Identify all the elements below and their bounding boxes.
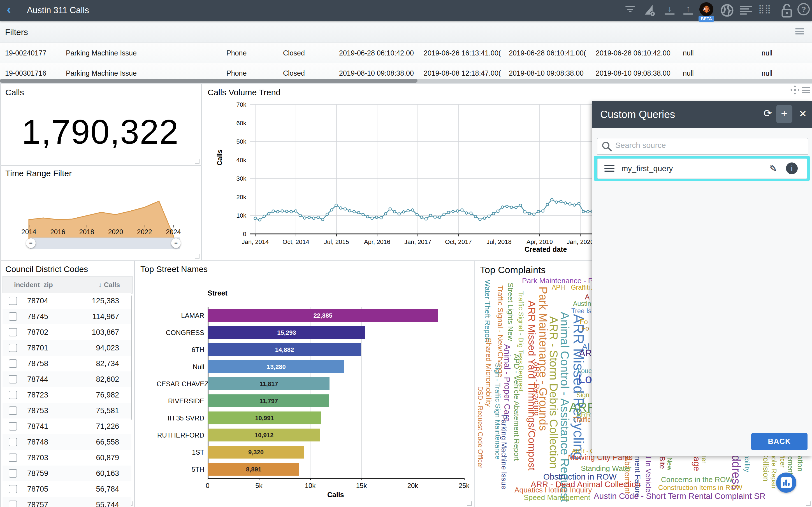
complaint-word[interactable]: Standing Water — [581, 465, 632, 472]
complaint-word[interactable]: Street Lights New — [507, 283, 514, 341]
resize-handle[interactable] — [467, 501, 472, 506]
complaint-word[interactable]: ARR - Recycling — [533, 361, 540, 416]
council-row[interactable]: 7874866,558 — [3, 434, 131, 450]
refresh-icon[interactable]: ⟳ — [763, 108, 772, 119]
complaint-word[interactable]: Austin — [573, 300, 591, 307]
filter-table-row[interactable]: 19-00301716Parking Machine IssuePhoneClo… — [0, 63, 812, 79]
council-row[interactable]: 7875960,163 — [3, 465, 131, 482]
council-row[interactable]: 7875882,734 — [3, 356, 131, 372]
row-checkbox[interactable] — [9, 375, 17, 384]
row-checkbox[interactable] — [9, 312, 17, 321]
row-checkbox[interactable] — [9, 297, 17, 305]
complaint-word[interactable]: AR — [579, 349, 592, 358]
complaint-word[interactable]: Austin Code - Short Term Rental Complain… — [594, 492, 765, 500]
complaint-word[interactable]: Lo — [578, 373, 592, 385]
horizontal-scrollbar[interactable] — [0, 79, 812, 83]
council-row[interactable]: 7875375,581 — [3, 403, 131, 419]
filter-table: 19-00240177Parking Machine IssuePhoneClo… — [0, 43, 812, 79]
chart-fab-button[interactable] — [776, 472, 796, 493]
scrollbar-thumb[interactable] — [0, 79, 418, 82]
grid-dots-icon[interactable]: ⣿⣿ — [758, 4, 771, 14]
row-checkbox[interactable] — [9, 328, 17, 336]
council-row[interactable]: 78745114,967 — [3, 309, 131, 325]
top-bar: ‹ Austin 311 Calls ↓ ↑ ✺ AI BETA ⣿⣿ — [0, 0, 812, 21]
drag-handle-icon[interactable] — [604, 163, 614, 173]
complaint-word[interactable]: Collision — [762, 452, 770, 481]
council-col-calls[interactable]: ↓ Calls — [99, 281, 120, 289]
complaint-word[interactable]: A — [585, 293, 590, 300]
complaint-word[interactable]: Parking Machine Issue — [500, 415, 508, 490]
complaint-word[interactable]: Tree Is — [571, 308, 592, 314]
council-row[interactable]: 78704125,383 — [3, 293, 131, 309]
row-checkbox[interactable] — [9, 469, 17, 477]
complaint-word[interactable]: Aquatics Hotline Inquiry — [515, 486, 592, 494]
council-row[interactable]: 7872376,982 — [3, 387, 131, 403]
zip-value: 78744 — [27, 375, 48, 384]
complaint-word[interactable]: DSD - Request Code Officer — [477, 386, 483, 468]
row-checkbox[interactable] — [9, 453, 17, 462]
complaint-word[interactable]: Traffic — [573, 416, 591, 423]
query-list-item[interactable]: my_first_query ✎ i — [597, 159, 807, 179]
complaint-word[interactable]: ARR Missed Recycling — [571, 314, 586, 460]
resize-handle[interactable] — [195, 254, 200, 259]
time-range-slider-handle-left[interactable]: = — [26, 238, 36, 248]
add-query-button[interactable]: + — [776, 105, 793, 123]
filter-table-row[interactable]: 19-00240177Parking Machine IssuePhoneClo… — [0, 43, 812, 64]
calls-panel: Calls 1,790,322 — [1, 84, 202, 165]
close-icon[interactable]: ✕ — [799, 108, 807, 119]
street-name-label: IH 35 SVRD — [157, 414, 204, 422]
zip-value: 78741 — [27, 422, 48, 431]
info-icon[interactable]: i — [786, 163, 798, 174]
query-item-highlight: my_first_query ✎ i — [594, 156, 810, 181]
time-range-tick: 2024 — [166, 228, 181, 236]
widget-menu-icon[interactable] — [802, 86, 810, 95]
time-range-slider-handle-right[interactable]: = — [171, 238, 181, 248]
row-checkbox[interactable] — [9, 422, 17, 431]
complaint-word[interactable]: ARR - Storm Debris Collection — [548, 316, 559, 469]
resize-handle[interactable] — [195, 159, 200, 164]
complaint-word[interactable]: Speed Management — [524, 494, 590, 501]
help-icon[interactable]: ? — [798, 3, 810, 15]
complaint-word[interactable]: Construction Items in ROW — [658, 484, 742, 491]
street-name-label: Null — [157, 363, 204, 371]
download-icon[interactable]: ↓ — [665, 4, 675, 14]
council-row[interactable]: 7870360,879 — [3, 450, 131, 466]
council-row[interactable]: 7875755,744 — [3, 497, 131, 507]
row-checkbox[interactable] — [9, 344, 17, 352]
row-checkbox[interactable] — [9, 438, 17, 446]
back-button[interactable]: BACK — [751, 433, 808, 450]
row-checkbox[interactable] — [9, 391, 17, 399]
filter-cell: 2019-08-10 09:08:38.00 — [596, 69, 670, 77]
row-checkbox[interactable] — [9, 501, 17, 507]
back-icon[interactable]: ‹ — [7, 2, 11, 17]
complaint-word[interactable]: Water Theft Report — [484, 280, 491, 342]
ai-icon[interactable]: ✺ AI — [699, 2, 713, 16]
council-col-zip[interactable]: incident_zip — [14, 281, 53, 289]
complaint-word[interactable]: Concerns in the ROW — [661, 476, 733, 483]
complaint-word[interactable]: Fo — [581, 325, 589, 332]
search-source-input[interactable] — [615, 140, 798, 150]
list-icon[interactable] — [740, 4, 752, 16]
volume-x-axis-label: Created date — [525, 245, 567, 253]
council-row[interactable]: 78702103,867 — [3, 324, 131, 340]
council-row[interactable]: 7870556,784 — [3, 481, 131, 497]
complaint-word[interactable]: APH - Graffiti A — [552, 284, 596, 291]
edit-pencil-icon[interactable]: ✎ — [769, 163, 777, 174]
calls-value: 55,744 — [96, 501, 119, 507]
council-row[interactable]: 7874482,602 — [3, 372, 131, 387]
complaint-word[interactable]: Shared Micromobility — [485, 338, 492, 407]
complaint-word[interactable]: APD - Vehicle Abatement Report — [513, 354, 520, 461]
council-row[interactable]: 7870194,023 — [3, 340, 131, 356]
complaint-word[interactable]: Animal - Proper Care — [503, 344, 511, 421]
complaint-word[interactable]: New — [666, 457, 673, 470]
resize-handle[interactable] — [806, 501, 811, 506]
filters-menu-icon[interactable] — [795, 27, 804, 36]
time-range-slider-track[interactable] — [30, 237, 180, 249]
upload-icon[interactable]: ↑ — [683, 4, 693, 14]
row-checkbox[interactable] — [9, 485, 17, 493]
filter-icon[interactable] — [626, 6, 635, 12]
council-row[interactable]: 7874171,226 — [3, 418, 131, 435]
row-checkbox[interactable] — [9, 406, 17, 415]
complaint-word[interactable]: Sign — [576, 392, 590, 398]
row-checkbox[interactable] — [9, 359, 17, 368]
